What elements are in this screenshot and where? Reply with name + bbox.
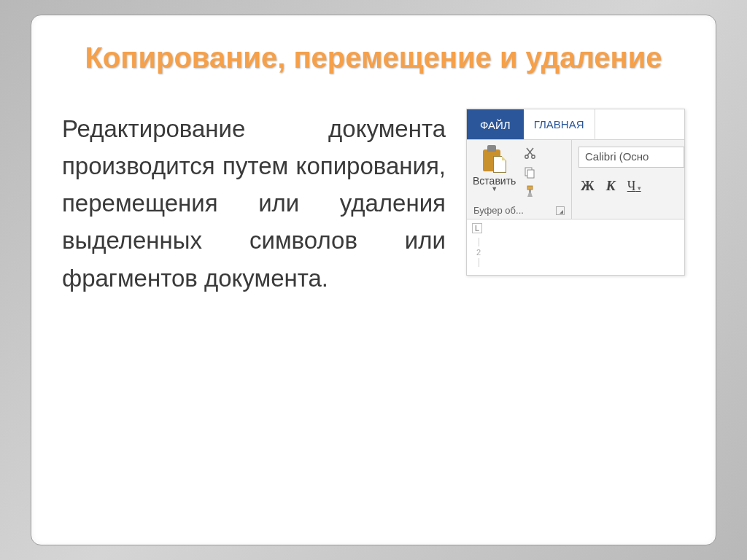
document-area: L 2 [467, 219, 684, 275]
svg-point-0 [525, 155, 528, 158]
tab-home-label: ГЛАВНАЯ [534, 118, 584, 131]
clipboard-dialog-launcher[interactable] [556, 206, 565, 215]
content-row: Редактирование документа производится пу… [62, 109, 685, 297]
tab-file-label: ФАЙЛ [480, 119, 511, 131]
slide-title: Копирование, перемещение и удаление [62, 39, 685, 77]
bold-button[interactable]: Ж [581, 178, 595, 194]
tab-home[interactable]: ГЛАВНАЯ [524, 109, 595, 139]
svg-rect-5 [527, 170, 534, 178]
font-name-combo[interactable]: Calibri (Осно [578, 147, 684, 168]
clipboard-group-label: Буфер об... [473, 205, 524, 216]
format-painter-icon[interactable] [522, 184, 537, 198]
ribbon-body: Вставить ▼ [467, 139, 684, 219]
svg-line-3 [527, 148, 533, 155]
svg-point-1 [532, 155, 535, 158]
svg-rect-7 [529, 190, 531, 192]
doc-left-gutter: L 2 [472, 223, 485, 275]
paste-dropdown-arrow[interactable]: ▼ [491, 186, 498, 192]
ribbon-tabs: ФАЙЛ ГЛАВНАЯ [467, 109, 684, 139]
ruler-number: 2 [476, 248, 481, 257]
svg-rect-6 [527, 186, 533, 190]
copy-icon[interactable] [522, 165, 537, 179]
font-name-value: Calibri (Осно [585, 150, 649, 163]
paste-icon [483, 145, 506, 173]
font-format-row: Ж К Ч [578, 178, 684, 194]
paste-button[interactable]: Вставить ▼ [471, 144, 518, 198]
svg-line-2 [527, 148, 533, 155]
word-ribbon-screenshot: ФАЙЛ ГЛАВНАЯ [466, 109, 685, 276]
slide-frame: Копирование, перемещение и удаление Реда… [31, 15, 716, 545]
cut-icon[interactable] [522, 146, 537, 160]
body-text: Редактирование документа производится пу… [62, 109, 446, 297]
font-group: Calibri (Осно Ж К Ч [572, 140, 684, 219]
clipboard-top: Вставить ▼ [471, 144, 568, 198]
italic-button[interactable]: К [606, 178, 616, 194]
corner-marker: L [472, 223, 482, 233]
tab-file[interactable]: ФАЙЛ [467, 109, 524, 139]
clipboard-small-icons [522, 144, 537, 198]
clipboard-group-label-row: Буфер об... [471, 204, 568, 219]
clipboard-group: Вставить ▼ [467, 140, 572, 219]
underline-button[interactable]: Ч [627, 179, 641, 194]
vertical-ruler: 2 [472, 238, 485, 267]
